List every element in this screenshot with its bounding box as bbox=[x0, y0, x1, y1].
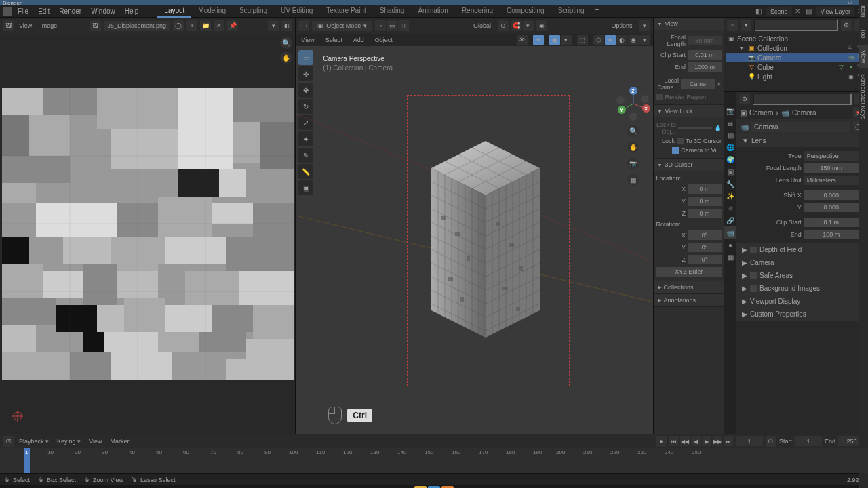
cursor-rx-field[interactable]: 0° bbox=[688, 230, 722, 240]
camera-data-icon[interactable]: 📹 bbox=[741, 123, 749, 131]
workspace-sculpting[interactable]: Sculpting bbox=[233, 5, 274, 18]
menu-help[interactable]: Help bbox=[121, 6, 143, 16]
viewlayer-icon[interactable]: ▤ bbox=[806, 7, 814, 16]
nav-persp-icon[interactable]: ▦ bbox=[627, 174, 639, 186]
prop-tab-modifier[interactable]: 🔧 bbox=[724, 178, 736, 190]
prop-tab-material[interactable]: ● bbox=[724, 239, 736, 251]
editor-type-dropdown[interactable]: 🖼 bbox=[3, 20, 14, 31]
shift-x-field[interactable]: 0.000 bbox=[804, 190, 859, 200]
image-filename-field[interactable]: J5_Displacement.png bbox=[104, 21, 171, 30]
jump-first-button[interactable]: ⏮ bbox=[669, 436, 679, 446]
menu-window[interactable]: Window bbox=[87, 6, 119, 16]
vp-menu-view[interactable]: View bbox=[298, 35, 317, 45]
collection-exclude-toggle[interactable]: ☑ bbox=[848, 44, 856, 52]
npanel-tab-item[interactable]: Item bbox=[859, 0, 868, 23]
nav-camera-icon[interactable]: 📷 bbox=[627, 157, 639, 169]
nav-pan-icon[interactable]: ✋ bbox=[627, 141, 639, 153]
menu-edit[interactable]: Edit bbox=[34, 6, 54, 16]
prop-tab-render[interactable]: 📷 bbox=[724, 104, 736, 117]
npanel-tab-view[interactable]: View bbox=[859, 45, 868, 68]
interaction-mode-dropdown[interactable]: ▣ Object Mode ▾ bbox=[312, 21, 372, 30]
proportional-edit[interactable]: ◉ bbox=[536, 20, 547, 31]
prop-tab-scene[interactable]: 🌐 bbox=[724, 141, 736, 153]
image-pin-icon[interactable]: 📌 bbox=[227, 20, 238, 31]
timeline-editor-dropdown[interactable]: ⏱ bbox=[3, 436, 14, 447]
cursor-y-field[interactable]: 0 m bbox=[688, 197, 722, 206]
local-camera-unlink-icon[interactable]: ✕ bbox=[717, 81, 722, 87]
shading-solid[interactable]: ● bbox=[605, 35, 616, 45]
npanel-viewlock-header[interactable]: ▼View Lock bbox=[654, 105, 725, 117]
prop-tab-particles[interactable]: ✨ bbox=[724, 190, 736, 202]
workspace-texture-paint[interactable]: Texture Paint bbox=[319, 5, 372, 18]
breadcrumb-data[interactable]: Camera bbox=[792, 109, 816, 117]
npanel-collections-header[interactable]: ▶Collections bbox=[654, 281, 725, 293]
npanel-tab-tool[interactable]: Tool bbox=[859, 23, 868, 45]
tl-menu-keying[interactable]: Keying ▾ bbox=[54, 436, 83, 446]
bgimages-enable-check[interactable] bbox=[750, 285, 757, 292]
shading-matprev[interactable]: ◐ bbox=[616, 35, 627, 45]
outliner-filter-icon[interactable]: ⚙ bbox=[841, 20, 852, 30]
object-types-visibility[interactable]: 👁 bbox=[517, 35, 528, 45]
cursor-ry-field[interactable]: 0° bbox=[688, 243, 722, 252]
outliner-collection[interactable]: ▾ ▣ Collection ☑ 👁 bbox=[726, 43, 867, 53]
clip-start-field[interactable]: 0.01 m bbox=[688, 50, 722, 60]
prop-tab-world[interactable]: 🌍 bbox=[724, 153, 736, 165]
prop-safeareas-header[interactable]: ▶Safe Areas bbox=[736, 269, 868, 282]
clip-end-field[interactable]: 1000 m bbox=[688, 62, 722, 72]
breadcrumb-object[interactable]: Camera bbox=[749, 109, 774, 117]
minimize-button[interactable]: — bbox=[834, 0, 844, 5]
lens-unit-dropdown[interactable]: Millimeters bbox=[804, 176, 859, 185]
timeline-ruler[interactable]: 1 10 20 30 40 50 60 70 80 90 100 110 120… bbox=[0, 448, 868, 473]
outliner-item-camera[interactable]: 📷 Camera 📹 👁 bbox=[726, 53, 867, 62]
viewport-gizmos-icon[interactable]: ▾ bbox=[639, 20, 650, 31]
select-mode-3[interactable]: ▯ bbox=[398, 20, 409, 31]
play-button[interactable]: ▶ bbox=[702, 436, 711, 446]
camera-name-field[interactable] bbox=[751, 122, 850, 132]
show-gizmo-toggle[interactable]: ✦ bbox=[533, 35, 544, 45]
viewlayer-field[interactable]: View Layer bbox=[816, 7, 854, 16]
prop-tab-constraints[interactable]: 🔗 bbox=[724, 214, 736, 226]
current-frame-field[interactable]: 1 bbox=[736, 436, 763, 446]
prop-tab-output[interactable]: 🖨 bbox=[724, 117, 736, 129]
image-browse-icon[interactable]: 🖼 bbox=[90, 20, 101, 31]
shading-dropdown[interactable]: ▾ bbox=[639, 35, 650, 45]
safeareas-enable-check[interactable] bbox=[750, 272, 757, 279]
vp-menu-select[interactable]: Select bbox=[323, 35, 345, 45]
npanel-annotations-header[interactable]: ▶Annotations bbox=[654, 294, 725, 306]
blender-icon[interactable] bbox=[3, 7, 12, 16]
focal-length-field[interactable]: 50 mm bbox=[688, 36, 722, 45]
orientation-gizmo[interactable]: Z X Y bbox=[616, 87, 650, 121]
tl-menu-playback[interactable]: Playback ▾ bbox=[16, 436, 52, 446]
pivot-dropdown[interactable]: ⊙ bbox=[498, 20, 509, 31]
prop-lens-header[interactable]: ▼Lens bbox=[736, 134, 868, 147]
outliner-display-mode[interactable]: ▾ bbox=[741, 20, 751, 30]
prop-tab-texture[interactable]: ▦ bbox=[724, 251, 736, 263]
scene-icon[interactable]: ◧ bbox=[755, 7, 764, 16]
image-unlink-icon[interactable]: ✕ bbox=[214, 20, 224, 31]
properties-search-input[interactable] bbox=[753, 93, 852, 105]
workspace-animation[interactable]: Animation bbox=[411, 5, 454, 18]
autokey-toggle[interactable]: ● bbox=[656, 436, 667, 447]
cursor-rotmode-dropdown[interactable]: XYZ Euler bbox=[656, 267, 722, 277]
preview-range-toggle[interactable]: ⏲ bbox=[766, 436, 776, 447]
playhead[interactable]: 1 bbox=[24, 448, 30, 473]
cursor-x-field[interactable]: 0 m bbox=[688, 184, 722, 194]
outliner-item-light[interactable]: 💡 Light ◉ 👁 bbox=[726, 72, 867, 81]
orientation-dropdown[interactable]: Global bbox=[469, 21, 495, 30]
lock-3dcursor-check[interactable] bbox=[677, 138, 684, 144]
img-menu-image[interactable]: Image bbox=[37, 21, 60, 30]
cursor-z-field[interactable]: 0 m bbox=[688, 209, 722, 218]
snap-toggle[interactable]: 🧲 bbox=[511, 20, 522, 31]
menu-file[interactable]: File bbox=[14, 6, 33, 16]
lens-focal-field[interactable]: 150 mm bbox=[804, 163, 859, 173]
outliner-editor-dropdown[interactable]: ≡ bbox=[727, 20, 738, 30]
jump-last-button[interactable]: ⏭ bbox=[724, 436, 733, 446]
lens-type-dropdown[interactable]: Perspective bbox=[804, 151, 859, 161]
viewport-editor-dropdown[interactable]: ⬚ bbox=[298, 20, 309, 31]
menu-render[interactable]: Render bbox=[55, 6, 85, 16]
outliner-scene-collection[interactable]: ▣ Scene Collection bbox=[726, 34, 867, 43]
image-slot-dropdown[interactable]: ▾ bbox=[268, 20, 279, 31]
img-menu-view[interactable]: View bbox=[16, 21, 35, 30]
scene-new-icon[interactable]: ✕ bbox=[795, 7, 803, 16]
tl-menu-view[interactable]: View bbox=[86, 436, 104, 446]
